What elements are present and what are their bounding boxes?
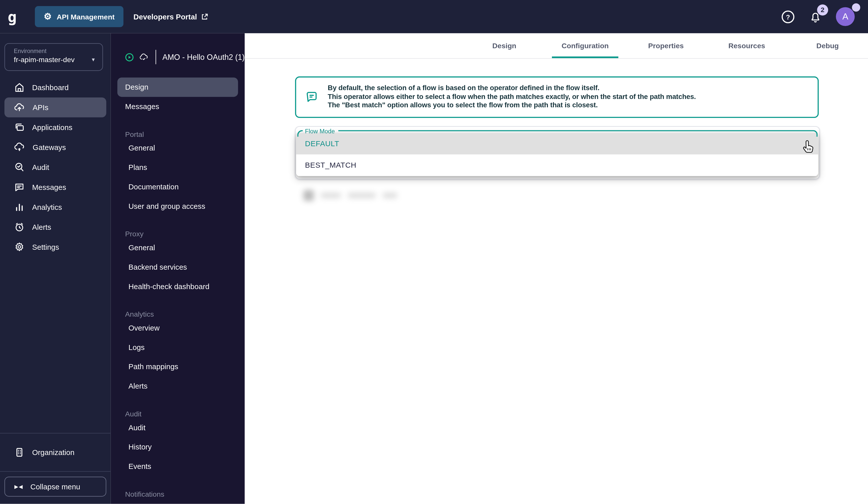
collapse-menu-button[interactable]: ▶◀ Collapse menu — [4, 477, 106, 497]
api-menu-portal-general[interactable]: General — [111, 138, 245, 158]
tab-configuration[interactable]: Configuration — [545, 33, 626, 58]
main-content: Design Configuration Properties Resource… — [245, 33, 868, 504]
sidebar-item-label: Gateways — [33, 143, 66, 152]
developers-portal-link[interactable]: Developers Portal — [134, 12, 208, 21]
api-menu-portal-plans[interactable]: Plans — [111, 158, 245, 177]
api-menu-proxy-general[interactable]: General — [111, 238, 245, 258]
sidebar-item-label: APIs — [33, 103, 49, 112]
sidebar-item-audit[interactable]: Audit — [4, 157, 106, 177]
top-bar: g ⚙ API Management Developers Portal ? 2… — [0, 0, 868, 33]
api-management-label: API Management — [56, 12, 115, 21]
tab-debug[interactable]: Debug — [787, 33, 868, 58]
sidebar-item-analytics[interactable]: Analytics — [4, 197, 106, 217]
cloud-up-icon — [14, 102, 25, 113]
environment-label: Environment — [14, 48, 96, 54]
info-chat-icon — [305, 90, 318, 104]
sidebar-item-label: Alerts — [32, 223, 51, 231]
api-menu-audit-audit[interactable]: Audit — [111, 418, 245, 437]
sidebar-footer: Organization ▶◀ Collapse menu — [0, 433, 111, 504]
environment-value: fr-apim-master-dev — [14, 55, 75, 64]
section-header-notifications: Notifications — [111, 483, 245, 498]
svg-text:?: ? — [786, 13, 790, 21]
banner-line-2: This operator allows either to select a … — [328, 93, 696, 102]
info-banner: By default, the selection of a flow is b… — [295, 76, 819, 118]
flow-mode-dropdown: DEFAULT BEST_MATCH — [296, 133, 818, 176]
sidebar-item-label: Audit — [32, 163, 49, 172]
developers-portal-label: Developers Portal — [134, 12, 197, 21]
cloud-gateway-icon — [14, 142, 25, 153]
outline-top-border — [338, 130, 817, 137]
tab-bar: Design Configuration Properties Resource… — [245, 33, 868, 59]
api-menu-proxy-health-check[interactable]: Health-check dashboard — [111, 277, 245, 296]
sidebar-item-gateways[interactable]: Gateways — [4, 137, 106, 157]
api-title: AMO - Hello OAuth2 (1) — [162, 52, 245, 61]
home-icon — [14, 82, 25, 93]
topbar-actions: ? 2 A — [781, 6, 868, 28]
api-menu-audit-history[interactable]: History — [111, 437, 245, 457]
api-management-button[interactable]: ⚙ API Management — [35, 6, 123, 27]
help-icon: ? — [781, 10, 795, 23]
section-header-analytics: Analytics — [111, 303, 245, 318]
app-viewport: g ⚙ API Management Developers Portal ? 2… — [0, 0, 868, 504]
sidebar-item-label: Settings — [32, 243, 59, 251]
user-menu[interactable]: A — [836, 6, 858, 28]
chat-icon — [14, 182, 25, 193]
collapse-icon: ▶◀ — [14, 484, 23, 489]
api-menu-proxy-backend-services[interactable]: Backend services — [111, 258, 245, 277]
blurred-setting-row — [303, 186, 397, 205]
sidebar-item-label: Applications — [32, 123, 72, 132]
sidebar-item-alerts[interactable]: Alerts — [4, 217, 106, 237]
notification-badge: 2 — [817, 4, 828, 16]
api-menu-analytics-overview[interactable]: Overview — [111, 318, 245, 338]
api-menu-analytics-path-mappings[interactable]: Path mappings — [111, 357, 245, 377]
organization-label: Organization — [32, 448, 74, 456]
environment-selector[interactable]: Environment fr-apim-master-dev ▼ — [4, 43, 103, 71]
gravitee-logo[interactable]: g — [0, 8, 24, 25]
sidebar-item-dashboard[interactable]: Dashboard — [4, 78, 106, 97]
sidebar-item-label: Analytics — [32, 203, 62, 211]
api-header: AMO - Hello OAuth2 (1) — [111, 33, 245, 63]
sidebar-item-label: Messages — [32, 183, 66, 192]
gear-icon: ⚙ — [44, 12, 52, 21]
tab-properties[interactable]: Properties — [626, 33, 706, 58]
outline-notch — [297, 130, 303, 137]
api-menu-audit-events[interactable]: Events — [111, 457, 245, 476]
sidebar-item-settings[interactable]: Settings — [4, 237, 106, 257]
notifications-button[interactable]: 2 — [808, 9, 823, 24]
collapse-menu-label: Collapse menu — [30, 483, 80, 491]
section-header-audit: Audit — [111, 402, 245, 418]
section-header-portal: Portal — [111, 123, 245, 138]
avatar[interactable]: A — [836, 7, 855, 26]
divider — [0, 471, 111, 472]
blurred-toggle — [303, 190, 314, 201]
status-dot — [852, 3, 860, 12]
api-menu-portal-user-group-access[interactable]: User and group access — [111, 196, 245, 216]
api-menu-analytics-logs[interactable]: Logs — [111, 338, 245, 357]
tab-design[interactable]: Design — [464, 33, 545, 58]
flow-mode-field-outline: Flow Mode — [297, 128, 817, 136]
primary-nav: Dashboard APIs Applications Gateways Aud… — [0, 78, 111, 257]
api-menu-design[interactable]: Design — [117, 78, 238, 97]
api-sidebar: AMO - Hello OAuth2 (1) Design Messages P… — [111, 33, 245, 504]
cloud-check-icon — [138, 52, 149, 62]
chevron-down-icon: ▼ — [91, 57, 96, 62]
flow-mode-label: Flow Mode — [303, 128, 338, 134]
api-menu-analytics-alerts[interactable]: Alerts — [111, 377, 245, 396]
divider — [155, 50, 156, 64]
sidebar-item-organization[interactable]: Organization — [0, 434, 111, 471]
sidebar-item-applications[interactable]: Applications — [4, 117, 106, 137]
organization-icon — [14, 447, 25, 458]
applications-icon — [14, 122, 25, 133]
tab-resources[interactable]: Resources — [706, 33, 787, 58]
section-header-proxy: Proxy — [111, 223, 245, 238]
option-best-match[interactable]: BEST_MATCH — [296, 155, 818, 176]
api-menu-messages[interactable]: Messages — [117, 97, 238, 116]
sidebar-item-messages[interactable]: Messages — [4, 177, 106, 197]
help-button[interactable]: ? — [781, 9, 795, 24]
api-menu-portal-documentation[interactable]: Documentation — [111, 177, 245, 197]
gear-icon — [14, 241, 25, 253]
sidebar-item-apis[interactable]: APIs — [4, 97, 106, 117]
play-circle-icon — [125, 52, 134, 62]
bar-chart-icon — [14, 202, 25, 213]
magnifier-check-icon — [14, 162, 25, 173]
